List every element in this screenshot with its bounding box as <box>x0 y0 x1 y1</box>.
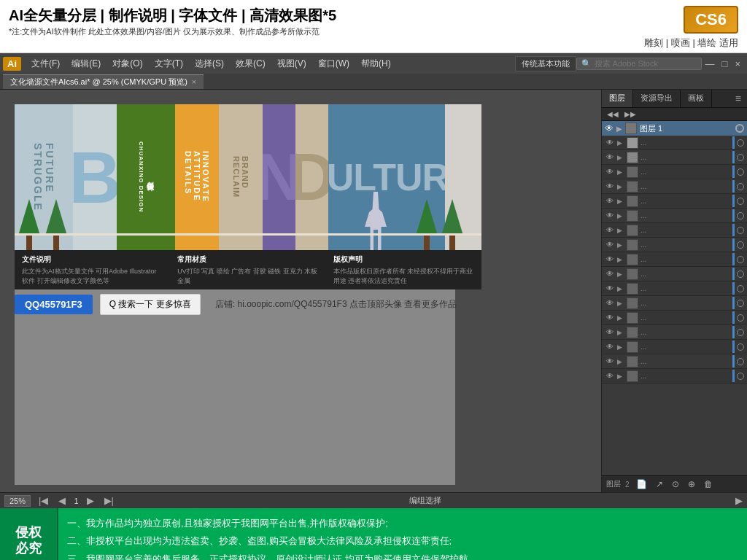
eye-icon[interactable]: 👁 <box>605 255 615 263</box>
top-banner: AI全矢量分层 | 制作说明 | 字体文件 | 高清效果图*5 *注:文件为AI… <box>0 0 747 53</box>
create-clipping-mask-button[interactable]: ⊙ <box>670 478 681 490</box>
eye-icon[interactable]: 👁 <box>605 197 615 205</box>
layer-row[interactable]: 👁▶... <box>602 136 747 150</box>
eye-icon[interactable]: 👁 <box>605 153 615 161</box>
eye-icon[interactable]: 👁 <box>605 299 615 307</box>
layer-row[interactable]: 👁▶... <box>602 194 747 209</box>
layer-row[interactable]: 👁▶... <box>602 267 747 281</box>
layer-target[interactable] <box>737 168 744 176</box>
menu-view[interactable]: 视图(V) <box>271 56 312 71</box>
maximize-button[interactable]: □ <box>719 58 732 69</box>
bottom-text: 一、我方作品均为独立原创,且独家授权于我图网平台出售,并作版权确权保护; 二、非… <box>58 508 747 560</box>
eye-icon[interactable]: 👁 <box>605 168 615 176</box>
copyright-col: 版权声明 本作品版权归原作者所有 未经授权不得用于商业用途 违者将依法追究责任 <box>333 254 474 285</box>
tab-close-button[interactable]: × <box>192 77 196 86</box>
delete-layer-button[interactable]: 🗑 <box>702 478 715 490</box>
layer-1-header[interactable]: 👁 ▶ 图层 1 <box>602 121 747 136</box>
layer-target[interactable] <box>737 183 744 190</box>
layer-1-target[interactable] <box>735 124 744 133</box>
menu-effect[interactable]: 效果(C) <box>230 56 271 71</box>
first-page-button[interactable]: |◀ <box>36 495 50 506</box>
eye-icon[interactable]: 👁 <box>605 314 615 322</box>
panel-options-button[interactable]: ≡ <box>729 90 747 107</box>
layer-target[interactable] <box>737 256 744 263</box>
menu-help[interactable]: 帮助(H) <box>355 56 397 71</box>
top-banner-right: CS6 雕刻 | 喷画 | 墙绘 适用 <box>644 6 738 50</box>
scroll-right-button[interactable]: ▶ <box>735 495 743 506</box>
letter-n: N <box>263 104 295 250</box>
canvas-area[interactable]: FUTURESTRUGGLE B 创星设计CHUANXING DESIGN IN… <box>0 90 601 492</box>
layer-target[interactable] <box>737 198 744 205</box>
layer-label: ... <box>640 299 729 307</box>
zoom-level[interactable]: 25% <box>4 495 31 507</box>
layer-target[interactable] <box>737 241 744 249</box>
layer-row[interactable]: 👁▶... <box>602 296 747 311</box>
layer-row[interactable]: 👁▶... <box>602 369 747 384</box>
menu-object[interactable]: 对象(O) <box>107 56 148 71</box>
layer-target[interactable] <box>737 358 744 365</box>
layer-row[interactable]: 👁▶... <box>602 354 747 369</box>
layer-thumbnail <box>627 137 638 149</box>
eye-icon[interactable]: 👁 <box>605 343 615 351</box>
collapse-all-button[interactable]: ◀◀ <box>605 109 621 119</box>
eye-icon[interactable]: 👁 <box>605 226 615 234</box>
layer-row[interactable]: 👁▶... <box>602 223 747 238</box>
layer-target[interactable] <box>737 227 744 234</box>
eye-icon[interactable]: 👁 <box>605 328 615 336</box>
layer-target[interactable] <box>737 154 744 161</box>
search-more-label: Q 搜索一下 更多惊喜 <box>109 298 191 311</box>
layer-row[interactable]: 👁▶... <box>602 209 747 223</box>
last-page-button[interactable]: ▶| <box>102 495 116 506</box>
layer-row[interactable]: 👁▶... <box>602 325 747 340</box>
layer-target[interactable] <box>737 300 744 307</box>
layer-target[interactable] <box>737 271 744 278</box>
menu-edit[interactable]: 编辑(E) <box>66 56 107 71</box>
eye-icon[interactable]: 👁 <box>605 241 615 249</box>
next-page-button[interactable]: ▶ <box>85 495 96 506</box>
tab-asset-export[interactable]: 资源导出 <box>633 90 681 107</box>
layers-panel: 图层 资源导出 画板 ≡ ◀◀ ▶▶ 👁 ▶ 图层 1 👁▶... 👁▶... … <box>601 90 747 492</box>
visibility-icon[interactable]: 👁 <box>605 123 614 133</box>
menu-window[interactable]: 窗口(W) <box>312 56 355 71</box>
expand-all-button[interactable]: ▶▶ <box>622 109 638 119</box>
eye-icon[interactable]: 👁 <box>605 357 615 365</box>
tab-artboards[interactable]: 画板 <box>681 90 712 107</box>
layer-row[interactable]: 👁▶... <box>602 165 747 179</box>
layer-row[interactable]: 👁▶... <box>602 179 747 194</box>
menu-text[interactable]: 文字(T) <box>149 56 189 71</box>
new-layer-button[interactable]: 📄 <box>634 478 649 490</box>
tab-layers[interactable]: 图层 <box>602 90 633 107</box>
layer-target[interactable] <box>737 329 744 336</box>
eye-icon[interactable]: 👁 <box>605 270 615 278</box>
layer-target[interactable] <box>737 285 744 292</box>
layer-row[interactable]: 👁▶... <box>602 150 747 165</box>
active-tab[interactable]: 文化墙源文件AIcs6.ai* @ 25% (CMYK/GPU 预览) × <box>3 74 204 89</box>
layer-row[interactable]: 👁▶... <box>602 340 747 354</box>
layer-row[interactable]: 👁▶... <box>602 281 747 296</box>
layer-label: ... <box>640 328 729 336</box>
prev-page-button[interactable]: ◀ <box>56 495 68 506</box>
layer-target[interactable] <box>737 314 744 322</box>
layer-target[interactable] <box>737 212 744 219</box>
eye-icon[interactable]: 👁 <box>605 182 615 190</box>
eye-icon[interactable]: 👁 <box>605 139 615 147</box>
minimize-button[interactable]: — <box>702 58 719 69</box>
mode-label[interactable]: 传统基本功能 <box>515 56 576 71</box>
layer-row[interactable]: 👁▶... <box>602 311 747 325</box>
layer-target[interactable] <box>737 373 744 380</box>
layer-target[interactable] <box>737 343 744 351</box>
create-new-sublayer-button[interactable]: ⊕ <box>686 478 697 490</box>
layer-row[interactable]: 👁▶... <box>602 252 747 267</box>
menu-select[interactable]: 选择(S) <box>189 56 230 71</box>
eye-icon[interactable]: 👁 <box>605 211 615 219</box>
move-selection-button[interactable]: ↗ <box>654 478 665 490</box>
close-button[interactable]: × <box>731 58 744 69</box>
letter-d: D <box>295 104 328 250</box>
search-more-button[interactable]: Q 搜索一下 更多惊喜 <box>100 294 201 315</box>
layer-target[interactable] <box>737 139 744 147</box>
search-input[interactable] <box>595 59 697 68</box>
layer-row[interactable]: 👁▶... <box>602 238 747 252</box>
eye-icon[interactable]: 👁 <box>605 284 615 292</box>
eye-icon[interactable]: 👁 <box>605 372 615 380</box>
menu-file[interactable]: 文件(F) <box>26 56 66 71</box>
